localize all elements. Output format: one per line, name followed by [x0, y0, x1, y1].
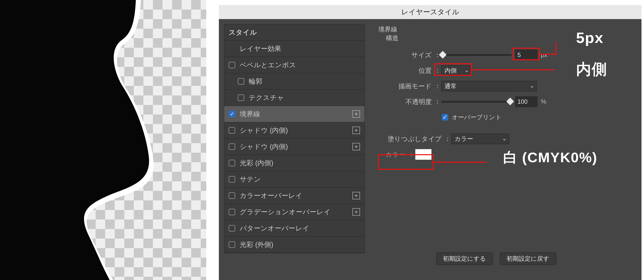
style-checkbox[interactable]	[229, 225, 235, 232]
add-effect-icon[interactable]: +	[352, 192, 360, 199]
label-color: カラー	[378, 150, 408, 159]
style-row-12[interactable]: 光彩 (外側)	[224, 237, 365, 253]
style-checkbox[interactable]	[229, 160, 235, 166]
style-label: レイヤー効果	[240, 44, 360, 53]
callout-line-size	[540, 54, 556, 55]
slider-size[interactable]	[441, 54, 512, 56]
style-row-11[interactable]: パターンオーバーレイ	[224, 220, 365, 237]
add-effect-icon[interactable]: +	[352, 143, 360, 150]
slider-opacity[interactable]	[441, 101, 512, 102]
style-label: シャドウ (内側)	[240, 142, 348, 151]
select-blend-mode[interactable]: 通常	[441, 81, 537, 91]
style-row-3[interactable]: テクスチャ	[224, 90, 365, 106]
style-checkbox[interactable]	[229, 143, 235, 150]
label-position: 位置	[378, 66, 434, 75]
style-row-10[interactable]: グラデーションオーバーレイ+	[224, 204, 365, 220]
style-label: カラーオーバーレイ	[240, 191, 348, 200]
annotation-position: 内側	[576, 59, 607, 80]
unit-opacity: %	[541, 98, 546, 105]
styles-header: スタイル	[224, 24, 365, 41]
style-checkbox[interactable]	[229, 209, 235, 215]
select-fill-type[interactable]: カラー	[451, 134, 509, 144]
style-row-5[interactable]: シャドウ (内側)+	[224, 122, 365, 139]
style-label: 境界線	[240, 109, 348, 119]
dialog-title: レイヤースタイル	[401, 7, 459, 17]
style-label: パターンオーバーレイ	[240, 224, 360, 233]
style-checkbox[interactable]	[229, 192, 235, 199]
style-row-2[interactable]: 輪郭	[224, 73, 365, 90]
color-swatch[interactable]	[415, 149, 432, 160]
style-checkbox[interactable]	[229, 241, 235, 248]
style-label: グラデーションオーバーレイ	[240, 207, 348, 216]
style-checkbox[interactable]	[238, 94, 244, 101]
style-checkbox[interactable]	[229, 176, 235, 183]
label-opacity: 不透明度	[378, 97, 434, 106]
checkbox-overprint[interactable]: ✓ オーバープリント	[442, 113, 502, 121]
style-checkbox[interactable]: ✓	[229, 111, 235, 117]
unit-size: px	[541, 51, 547, 59]
label-blend-mode: 描画モード	[378, 82, 434, 91]
add-effect-icon[interactable]: +	[352, 127, 360, 134]
style-checkbox[interactable]	[238, 78, 244, 85]
style-row-1[interactable]: ベベルとエンボス	[224, 57, 365, 73]
add-effect-icon[interactable]: +	[352, 208, 360, 216]
style-row-0[interactable]: レイヤー効果	[224, 41, 365, 57]
style-row-6[interactable]: シャドウ (内側)+	[224, 139, 365, 155]
callout-line-color	[434, 162, 487, 163]
input-size[interactable]	[515, 50, 537, 60]
callout-line-position	[472, 69, 554, 70]
select-position[interactable]: 内側	[441, 65, 471, 76]
button-make-default[interactable]: 初期設定にする	[436, 252, 493, 265]
style-row-4[interactable]: ✓境界線+	[224, 106, 365, 122]
add-effect-icon[interactable]: +	[352, 110, 360, 118]
style-row-9[interactable]: カラーオーバーレイ+	[224, 188, 365, 204]
styles-header-label: スタイル	[229, 28, 360, 37]
annotation-size: 5px	[576, 29, 603, 46]
canvas-preview	[0, 0, 206, 280]
style-checkbox[interactable]	[229, 62, 235, 68]
style-label: ベベルとエンボス	[240, 61, 360, 70]
silhouette-shape	[0, 0, 206, 280]
style-label: テクスチャ	[249, 93, 360, 102]
dialog-titlebar[interactable]: レイヤースタイル	[219, 5, 641, 19]
label-overprint: オーバープリント	[452, 113, 502, 121]
style-label: 光彩 (外側)	[240, 240, 360, 249]
style-checkbox[interactable]	[229, 127, 235, 134]
style-label: シャドウ (内側)	[240, 126, 348, 135]
style-label: 光彩 (内側)	[240, 158, 360, 167]
styles-list: スタイルレイヤー効果ベベルとエンボス輪郭テクスチャ✓境界線+シャドウ (内側)+…	[224, 24, 365, 253]
style-label: 輪郭	[249, 77, 360, 86]
button-reset-default[interactable]: 初期設定に戻す	[500, 252, 556, 265]
style-row-7[interactable]: 光彩 (内側)	[224, 155, 365, 171]
label-size: サイズ	[378, 51, 434, 60]
input-opacity[interactable]	[515, 96, 537, 107]
annotation-color: 白 (CMYK0%)	[503, 148, 597, 167]
label-fill-type: 塗りつぶしタイプ	[378, 135, 444, 143]
callout-line-size-v	[555, 42, 556, 55]
style-row-8[interactable]: サテン	[224, 171, 365, 188]
style-label: サテン	[240, 175, 360, 184]
